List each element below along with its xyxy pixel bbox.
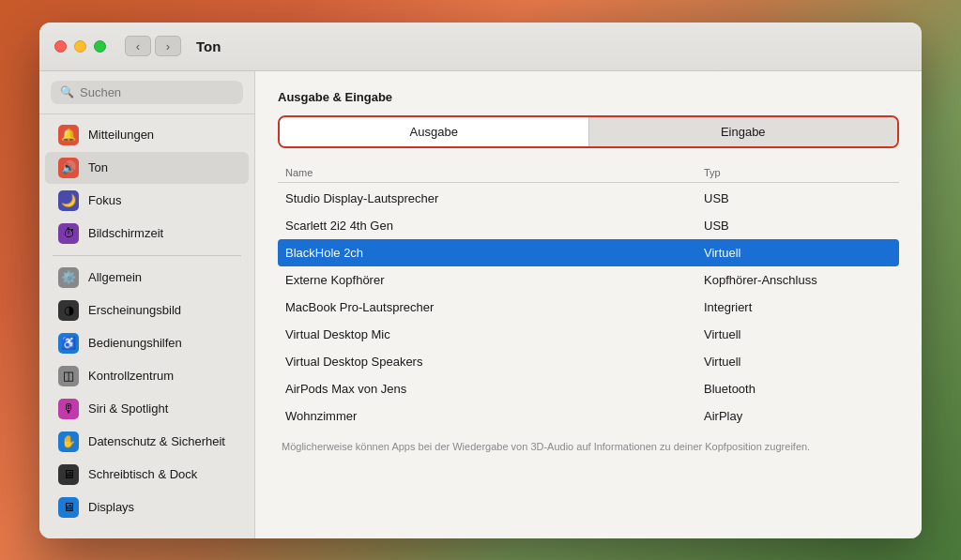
erscheinungsbild-icon: ◑	[58, 300, 79, 321]
window-title: Ton	[196, 38, 221, 54]
kontrollzentrum-icon: ◫	[58, 366, 79, 386]
schreibtisch-icon: 🖥	[58, 464, 79, 485]
datenschutz-icon: ✋	[58, 431, 79, 452]
sidebar-label-siri: Siri & Spotlight	[88, 401, 168, 416]
tab-eingabe[interactable]: Eingabe	[589, 117, 898, 146]
bildschirmzeit-icon: ⏱	[58, 223, 79, 244]
back-button[interactable]: ‹	[125, 36, 151, 56]
table-row[interactable]: Virtual Desktop MicVirtuell	[278, 321, 899, 348]
table-row[interactable]: WohnzimmerAirPlay	[278, 402, 899, 430]
bedienungshilfen-icon: ♿	[58, 333, 79, 354]
device-name: Externe Kopfhörer	[285, 273, 704, 287]
sidebar-item-fokus[interactable]: 🌙Fokus	[45, 185, 249, 217]
device-type: Kopfhörer-Anschluss	[704, 273, 892, 287]
device-type: Bluetooth	[704, 382, 892, 396]
maximize-button[interactable]	[94, 40, 106, 53]
sidebar-item-allgemein[interactable]: ⚙️Allgemein	[45, 262, 249, 294]
sidebar-item-siri[interactable]: 🎙Siri & Spotlight	[45, 393, 249, 425]
sidebar-item-mitteilungen[interactable]: 🔔Mitteilungen	[45, 119, 249, 151]
forward-button[interactable]: ›	[155, 36, 181, 56]
sidebar-label-schreibtisch: Schreibtisch & Dock	[88, 467, 197, 481]
col-header-type: Typ	[704, 167, 892, 178]
tab-ausgabe[interactable]: Ausgabe	[280, 117, 588, 146]
search-input[interactable]	[80, 85, 234, 99]
sidebar-item-bedienungshilfen[interactable]: ♿Bedienungshilfen	[45, 327, 249, 359]
device-name: MacBook Pro-Lautsprecher	[285, 300, 704, 314]
table-row[interactable]: MacBook Pro-LautsprecherIntegriert	[278, 294, 899, 321]
device-type: USB	[704, 219, 892, 233]
notice-text: Möglicherweise können Apps bei der Wiede…	[278, 439, 899, 455]
sidebar-label-bildschirmzeit: Bildschirmzeit	[88, 226, 163, 240]
sidebar-item-bildschirmzeit[interactable]: ⏱Bildschirmzeit	[45, 218, 249, 250]
main-window: ‹ › Ton 🔍 🔔Mitteilungen🔊Ton🌙Fokus⏱Bildsc…	[39, 23, 922, 538]
sidebar-item-displays[interactable]: 🖥Displays	[45, 492, 249, 523]
sidebar-label-erscheinungsbild: Erscheinungsbild	[88, 303, 181, 317]
traffic-lights	[54, 40, 106, 53]
sidebar: 🔍 🔔Mitteilungen🔊Ton🌙Fokus⏱Bildschirmzeit…	[39, 71, 255, 538]
nav-buttons: ‹ ›	[125, 36, 181, 56]
device-name: Scarlett 2i2 4th Gen	[285, 219, 704, 233]
sidebar-label-bedienungshilfen: Bedienungshilfen	[88, 336, 182, 350]
sidebar-label-kontrollzentrum: Kontrollzentrum	[88, 369, 174, 383]
table-row[interactable]: AirPods Max von JensBluetooth	[278, 375, 899, 402]
device-name: BlackHole 2ch	[285, 246, 704, 260]
device-type: Virtuell	[704, 246, 892, 260]
device-name: Studio Display-Lautsprecher	[285, 191, 704, 205]
fokus-icon: 🌙	[58, 190, 79, 211]
table-row[interactable]: Virtual Desktop SpeakersVirtuell	[278, 348, 899, 375]
main-panel: Ausgabe & Eingabe AusgabeEingabe Name Ty…	[255, 71, 922, 538]
sidebar-item-kontrollzentrum[interactable]: ◫Kontrollzentrum	[45, 360, 249, 392]
minimize-button[interactable]	[74, 40, 86, 53]
section-title: Ausgabe & Eingabe	[278, 90, 899, 104]
table-row[interactable]: Externe KopfhörerKopfhörer-Anschluss	[278, 266, 899, 294]
device-name: Virtual Desktop Mic	[285, 327, 704, 341]
mitteilungen-icon: 🔔	[58, 125, 79, 145]
titlebar: ‹ › Ton	[39, 23, 922, 71]
device-type: Integriert	[704, 300, 892, 314]
device-type: Virtuell	[704, 355, 892, 369]
search-bar: 🔍	[39, 71, 254, 114]
device-name: Wohnzimmer	[285, 409, 704, 423]
ton-icon: 🔊	[58, 158, 79, 178]
tab-container: AusgabeEingabe	[278, 115, 899, 148]
table-row[interactable]: BlackHole 2chVirtuell	[278, 239, 899, 266]
device-type: USB	[704, 191, 892, 205]
sidebar-item-ton[interactable]: 🔊Ton	[45, 152, 249, 184]
sidebar-label-datenschutz: Datenschutz & Sicherheit	[88, 434, 225, 448]
sidebar-label-fokus: Fokus	[88, 193, 121, 207]
search-icon: 🔍	[60, 85, 74, 98]
sidebar-separator	[53, 255, 241, 256]
sidebar-item-erscheinungsbild[interactable]: ◑Erscheinungsbild	[45, 295, 249, 326]
device-list: Studio Display-LautsprecherUSBScarlett 2…	[278, 185, 899, 430]
table-row[interactable]: Scarlett 2i2 4th GenUSB	[278, 212, 899, 239]
allgemein-icon: ⚙️	[58, 267, 79, 288]
close-button[interactable]	[54, 40, 67, 53]
device-type: AirPlay	[704, 409, 892, 423]
device-name: Virtual Desktop Speakers	[285, 355, 704, 369]
search-wrapper[interactable]: 🔍	[51, 81, 243, 104]
siri-icon: 🎙	[58, 399, 79, 419]
sidebar-label-ton: Ton	[88, 160, 108, 174]
displays-icon: 🖥	[58, 497, 79, 518]
col-header-name: Name	[285, 167, 704, 178]
sidebar-label-displays: Displays	[88, 500, 134, 514]
device-type: Virtuell	[704, 327, 892, 341]
sidebar-label-mitteilungen: Mitteilungen	[88, 128, 154, 142]
sidebar-label-allgemein: Allgemein	[88, 270, 142, 284]
table-header: Name Typ	[278, 163, 899, 183]
table-row[interactable]: Studio Display-LautsprecherUSB	[278, 185, 899, 212]
sidebar-item-datenschutz[interactable]: ✋Datenschutz & Sicherheit	[45, 426, 249, 458]
sidebar-item-schreibtisch[interactable]: 🖥Schreibtisch & Dock	[45, 459, 249, 491]
content-area: 🔍 🔔Mitteilungen🔊Ton🌙Fokus⏱Bildschirmzeit…	[39, 71, 922, 538]
device-name: AirPods Max von Jens	[285, 382, 704, 396]
sidebar-list: 🔔Mitteilungen🔊Ton🌙Fokus⏱Bildschirmzeit⚙️…	[39, 114, 254, 538]
